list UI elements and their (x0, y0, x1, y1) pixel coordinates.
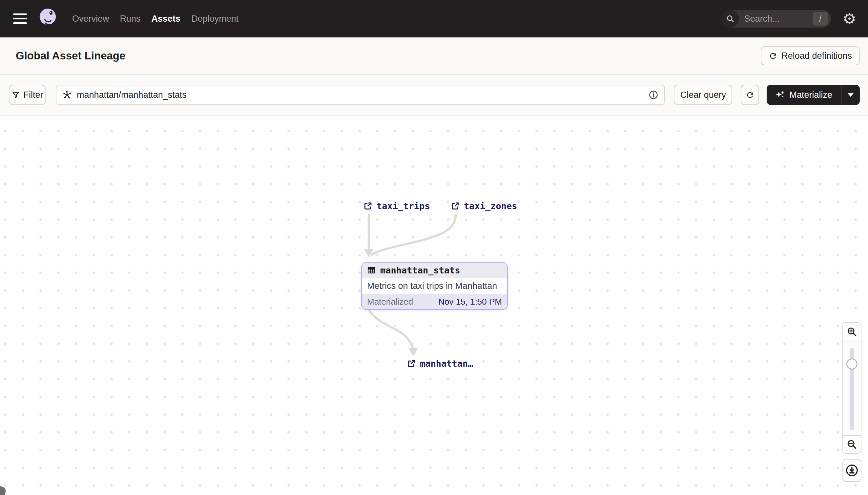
settings-gear-button[interactable]: ⚙ (843, 11, 856, 26)
info-icon (649, 90, 658, 100)
asset-node-manhattan-downstream[interactable]: manhattan… (407, 358, 473, 369)
zoom-out-icon (846, 439, 857, 450)
zoom-in-icon (846, 326, 857, 338)
lineage-toolbar: Filter (0, 75, 868, 116)
external-link-icon (364, 202, 372, 210)
page-title: Global Asset Lineage (16, 50, 125, 62)
asset-card-title: manhattan_stats (380, 265, 460, 275)
download-icon (845, 463, 859, 477)
asset-card-header: manhattan_stats (362, 262, 507, 278)
materialize-button[interactable]: Materialize (767, 85, 841, 105)
external-link-icon (451, 202, 460, 210)
primary-nav-links: Overview Runs Assets Deployment (72, 14, 238, 24)
clear-query-label: Clear query (680, 90, 726, 100)
reload-icon (768, 52, 777, 61)
nav-link-deployment[interactable]: Deployment (191, 14, 238, 24)
filter-button[interactable]: Filter (9, 85, 46, 105)
refresh-icon (746, 90, 755, 100)
caret-down-icon (848, 93, 854, 97)
search-shortcut-badge: / (813, 12, 828, 25)
query-info-button[interactable] (649, 90, 658, 100)
nav-right-group: / ⚙ (721, 10, 856, 28)
reload-definitions-label: Reload definitions (781, 51, 852, 61)
asset-node-taxi-trips[interactable]: taxi_trips (364, 201, 430, 211)
global-search[interactable]: / (721, 10, 831, 28)
filter-funnel-icon (12, 90, 20, 99)
asset-node-taxi-zones[interactable]: taxi_zones (451, 201, 517, 211)
edge-stats-to-downstream (368, 309, 413, 349)
gear-icon: ⚙ (843, 11, 856, 26)
nav-link-overview[interactable]: Overview (72, 14, 109, 24)
materialized-status-label: Materialized (367, 297, 413, 307)
asset-graph-icon (62, 90, 72, 100)
reload-definitions-button[interactable]: Reload definitions (761, 46, 860, 65)
zoom-slider-thumb[interactable] (846, 358, 857, 370)
nav-link-assets[interactable]: Assets (152, 14, 181, 24)
lineage-canvas[interactable]: taxi_trips taxi_zones manhattan_stats Me… (0, 116, 868, 495)
arrowhead-into-stats (364, 249, 374, 257)
asset-node-manhattan-stats[interactable]: manhattan_stats Metrics on taxi trips in… (361, 262, 508, 310)
materialize-label: Materialize (789, 90, 832, 100)
node-label-manhattan-downstream: manhattan… (420, 358, 473, 369)
external-link-icon (407, 359, 415, 368)
search-input[interactable] (739, 14, 813, 24)
materialized-timestamp-link[interactable]: Nov 15, 1:50 PM (438, 297, 502, 307)
filter-button-label: Filter (24, 90, 43, 100)
page-header: Global Asset Lineage Reload definitions (0, 37, 868, 75)
zoom-out-button[interactable] (843, 436, 862, 454)
asset-query-field (56, 85, 665, 105)
refresh-graph-button[interactable] (741, 85, 759, 105)
arrowhead-into-downstream (408, 348, 418, 357)
zoom-in-button[interactable] (843, 322, 862, 341)
materialize-split-button: Materialize (767, 85, 860, 105)
edge-taxi-zones-to-stats (372, 215, 456, 255)
table-icon (367, 266, 376, 275)
download-view-button[interactable] (843, 459, 862, 482)
search-icon (721, 10, 739, 28)
zoom-controls (843, 322, 862, 482)
asset-card-description: Metrics on taxi trips in Manhattan (362, 278, 507, 294)
node-label-taxi-zones: taxi_zones (464, 201, 517, 211)
node-label-taxi-trips: taxi_trips (377, 201, 430, 211)
clear-query-button[interactable]: Clear query (674, 85, 732, 105)
sparkle-icon (775, 90, 785, 100)
materialize-options-button[interactable] (842, 85, 860, 105)
nav-link-runs[interactable]: Runs (120, 14, 141, 24)
zoom-slider[interactable] (843, 341, 862, 436)
asset-query-input[interactable] (77, 90, 649, 100)
top-nav: Overview Runs Assets Deployment / ⚙ (0, 0, 868, 37)
hamburger-menu-icon[interactable] (13, 14, 27, 24)
asset-card-footer: Materialized Nov 15, 1:50 PM (362, 294, 507, 309)
dagster-logo[interactable] (36, 6, 60, 31)
